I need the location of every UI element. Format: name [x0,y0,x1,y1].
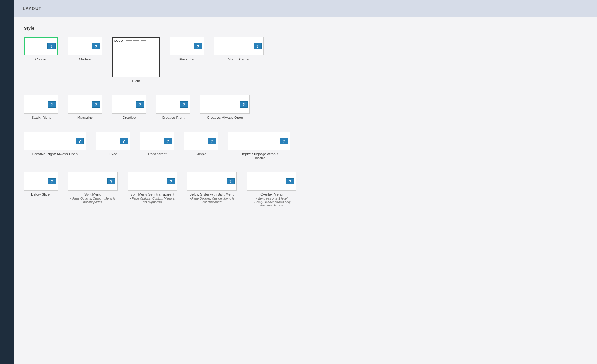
style-item-below-slider-split-menu[interactable]: ? Below Slider with Split Menu • Page Op… [187,172,237,207]
below-slider-icon: ? [48,178,56,184]
style-thumb-creative-right-always-open[interactable]: ? [24,132,86,150]
creative-right-always-open-icon: ? [76,138,84,144]
plain-dash-3 [141,40,146,41]
style-row-3: ? Creative Right: Always Open ? Fixed ? … [24,132,587,160]
style-label-below-slider-split-menu: Below Slider with Split Menu [189,193,234,196]
style-thumb-modern[interactable]: ? [68,37,102,55]
style-thumb-stack-left[interactable]: ? [170,37,204,55]
split-menu-semitransparent-icon: ? [167,178,175,184]
style-thumb-stack-center[interactable]: ? [214,37,264,55]
style-label-fixed: Fixed [109,152,117,156]
style-thumb-transparent[interactable]: ? [140,132,174,150]
style-thumb-magazine[interactable]: ? [68,95,102,114]
style-label-creative-right-always-open: Creative Right: Always Open [32,152,78,156]
style-item-creative[interactable]: ? Creative [112,95,146,119]
style-label-creative: Creative [123,116,136,119]
below-slider-split-menu-icon: ? [227,178,235,184]
style-row-1: ? Classic ? Modern LOGO [24,37,587,83]
style-label-split-menu: Split Menu [84,193,101,196]
style-item-transparent[interactable]: ? Transparent [140,132,174,160]
style-row-2: ? Stack: Right ? Magazine ? Creative [24,95,587,119]
style-thumb-split-menu[interactable]: ? [68,172,118,191]
style-item-modern[interactable]: ? Modern [68,37,102,83]
magazine-icon: ? [92,101,100,108]
style-thumb-creative-always-open[interactable]: ? [200,95,250,114]
style-item-split-menu[interactable]: ? Split Menu • Page Options: Custom Menu… [68,172,118,207]
layout-body: Style ? Classic ? Modern L [14,17,597,364]
style-item-plain[interactable]: LOGO Plain [112,37,160,83]
style-item-stack-center[interactable]: ? Stack: Center [214,37,264,83]
style-thumb-plain[interactable]: LOGO [112,37,160,77]
style-label-simple: Simple [195,152,206,156]
style-label-magazine: Magazine [77,116,93,119]
creative-icon: ? [136,101,144,108]
style-label-creative-right: Creative Right [162,116,185,119]
style-item-below-slider[interactable]: ? Below Slider [24,172,58,207]
style-item-classic[interactable]: ? Classic [24,37,58,83]
main-content: LAYOUT Style ? Classic ? Modern [14,0,597,364]
stack-center-icon: ? [254,43,262,49]
style-label-empty-subpage: Empty: Subpage without Header [234,152,284,160]
classic-icon: ? [47,43,56,49]
style-item-creative-right-always-open[interactable]: ? Creative Right: Always Open [24,132,86,160]
style-label-stack-center: Stack: Center [228,57,250,61]
style-item-simple[interactable]: ? Simple [184,132,218,160]
style-thumb-stack-right[interactable]: ? [24,95,58,114]
style-thumb-fixed[interactable]: ? [96,132,130,150]
style-thumb-empty-subpage[interactable]: ? [228,132,290,150]
style-label-stack-right: Stack: Right [31,116,51,119]
style-label-creative-always-open: Creative: Always Open [207,116,243,119]
style-item-empty-subpage[interactable]: ? Empty: Subpage without Header [228,132,290,160]
style-thumb-split-menu-semitransparent[interactable]: ? [128,172,177,191]
creative-always-open-icon: ? [240,101,248,108]
plain-thumb-header: LOGO [113,38,159,44]
split-menu-icon: ? [107,178,115,184]
style-thumb-creative[interactable]: ? [112,95,146,114]
modern-icon: ? [92,43,100,49]
fixed-icon: ? [120,138,128,144]
style-section-label: Style [24,26,587,31]
style-label-split-menu-semitransparent: Split Menu Semitransparent [130,193,174,196]
style-item-stack-right[interactable]: ? Stack: Right [24,95,58,119]
style-item-creative-always-open[interactable]: ? Creative: Always Open [200,95,250,119]
empty-subpage-icon: ? [280,138,288,144]
style-sublabel-below-slider-split-menu: • Page Options: Custom Menu is not suppo… [187,197,237,204]
transparent-icon: ? [164,138,172,144]
overlay-menu-icon: ? [286,178,294,184]
stack-left-icon: ? [194,43,202,49]
style-thumb-below-slider-split-menu[interactable]: ? [187,172,237,191]
style-sublabel-split-menu-semitransparent: • Page Options: Custom Menu is not suppo… [128,197,177,204]
style-thumb-creative-right[interactable]: ? [156,95,190,114]
style-thumb-classic[interactable]: ? [24,37,58,55]
style-label-overlay-menu: Overlay Menu [260,193,283,196]
style-label-modern: Modern [79,57,91,61]
style-label-transparent: Transparent [147,152,167,156]
style-item-stack-left[interactable]: ? Stack: Left [170,37,204,83]
style-label-stack-left: Stack: Left [179,57,195,61]
style-item-fixed[interactable]: ? Fixed [96,132,130,160]
creative-right-icon: ? [180,101,188,108]
plain-dash-1 [126,40,132,41]
stack-right-icon: ? [48,101,56,108]
layout-title: LAYOUT [23,6,42,11]
layout-header: LAYOUT [14,0,597,17]
style-label-classic: Classic [35,57,47,61]
style-item-split-menu-semitransparent[interactable]: ? Split Menu Semitransparent • Page Opti… [128,172,177,207]
plain-logo-text: LOGO [114,39,123,42]
style-label-plain: Plain [132,79,140,83]
style-thumb-simple[interactable]: ? [184,132,218,150]
style-thumb-overlay-menu[interactable]: ? [247,172,296,191]
style-row-4: ? Below Slider ? Split Menu • Page Optio… [24,172,587,207]
simple-icon: ? [208,138,216,144]
style-item-overlay-menu[interactable]: ? Overlay Menu • Menu has only 1 level• … [247,172,296,207]
style-item-magazine[interactable]: ? Magazine [68,95,102,119]
sidebar [0,0,14,364]
plain-dash-2 [133,40,139,41]
style-item-creative-right[interactable]: ? Creative Right [156,95,190,119]
style-sublabel-overlay-menu: • Menu has only 1 level• Sticky Header a… [253,197,290,207]
style-sublabel-split-menu: • Page Options: Custom Menu is not suppo… [68,197,118,204]
style-thumb-below-slider[interactable]: ? [24,172,58,191]
style-label-below-slider: Below Slider [31,193,51,196]
